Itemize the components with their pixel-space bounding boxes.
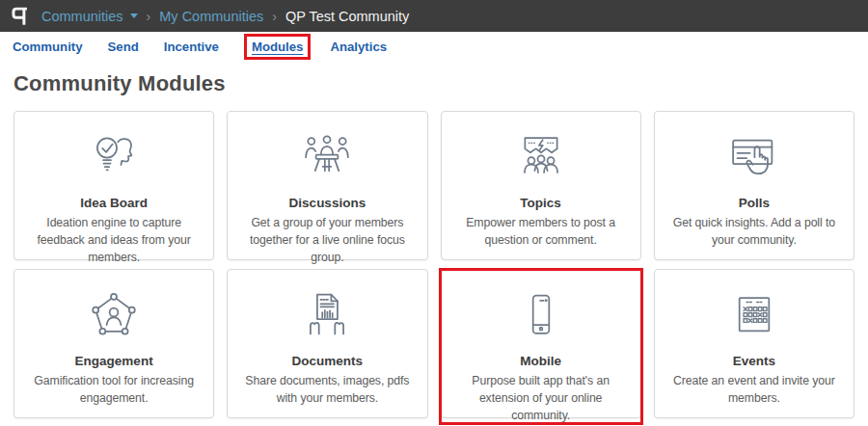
module-card-topics[interactable]: Topics Empower members to post a questio… (441, 111, 641, 260)
polls-icon (663, 129, 846, 187)
idea-board-icon (22, 129, 205, 187)
communities-menu[interactable]: Communities (41, 9, 138, 24)
topbar: Communities › My Communities › QP Test C… (0, 0, 868, 32)
module-grid: Idea Board Ideation engine to capture fe… (0, 111, 868, 418)
breadcrumb-separator-icon: › (147, 9, 151, 24)
module-title: Documents (235, 354, 419, 368)
events-icon (663, 287, 846, 345)
questionpro-logo[interactable] (10, 5, 30, 28)
module-title: Polls (663, 196, 846, 210)
discussions-icon (235, 129, 419, 187)
tabbar: Community Send Incentive Modules Analyti… (0, 32, 868, 61)
module-card-mobile[interactable]: Mobile Purpose built app that's an exten… (441, 269, 641, 418)
module-description: Share documents, images, pdfs with your … (235, 373, 419, 408)
module-description: Get a group of your members together for… (235, 215, 419, 266)
module-title: Events (663, 354, 846, 368)
page-title: Community Modules (0, 61, 868, 96)
module-title: Engagement (22, 354, 205, 368)
module-description: Get quick insights. Add a poll to your c… (663, 215, 846, 250)
breadcrumb-my-communities[interactable]: My Communities (159, 9, 263, 24)
module-card-polls[interactable]: Polls Get quick insights. Add a poll to … (654, 111, 854, 260)
engagement-icon (22, 287, 205, 345)
module-card-engagement[interactable]: Engagement Gamification tool for increas… (14, 269, 214, 418)
tab-modules[interactable]: Modules (252, 40, 303, 54)
module-description: Empower members to post a question or co… (449, 215, 633, 250)
module-card-idea-board[interactable]: Idea Board Ideation engine to capture fe… (14, 111, 214, 260)
breadcrumb: Communities › My Communities › QP Test C… (41, 9, 409, 24)
module-description: Create an event and invite your members. (663, 373, 846, 408)
tab-analytics[interactable]: Analytics (330, 40, 387, 54)
module-title: Mobile (449, 354, 633, 368)
module-description: Ideation engine to capture feedback and … (22, 215, 205, 266)
annotation-box-modules-tab: Modules (244, 34, 311, 60)
module-description: Purpose built app that's an extension of… (449, 373, 633, 424)
module-title: Discussions (235, 196, 419, 210)
caret-down-icon (130, 13, 138, 18)
tab-send[interactable]: Send (108, 40, 139, 54)
module-card-discussions[interactable]: Discussions Get a group of your members … (227, 111, 427, 260)
module-title: Idea Board (22, 196, 205, 210)
module-title: Topics (449, 196, 633, 210)
mobile-icon (449, 287, 633, 345)
breadcrumb-separator-icon: › (272, 9, 277, 24)
tab-community[interactable]: Community (13, 40, 83, 54)
tab-incentive[interactable]: Incentive (164, 40, 219, 54)
module-card-documents[interactable]: Documents Share documents, images, pdfs … (227, 269, 427, 418)
topics-icon (449, 129, 633, 187)
module-card-events[interactable]: Events Create an event and invite your m… (654, 269, 854, 418)
documents-icon (235, 287, 419, 345)
module-description: Gamification tool for increasing engagem… (22, 373, 205, 408)
breadcrumb-current-community: QP Test Community (285, 9, 409, 24)
communities-menu-label: Communities (41, 9, 123, 24)
